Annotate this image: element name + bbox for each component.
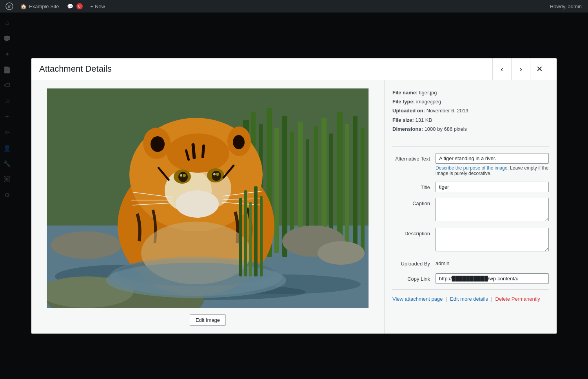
alt-text-row: Alternative Text Describe the purpose of… [392,153,549,176]
svg-text:W: W [7,4,11,9]
main-content: Attachment Details ‹ › ✕ [14,13,588,379]
alt-text-field: Describe the purpose of the image. Leave… [436,153,549,176]
title-label: Title [392,182,436,191]
actions-divider [392,289,549,290]
attachment-actions: View attachment page | Edit more details… [392,296,549,302]
svg-point-39 [178,172,188,182]
uploaded-by-label: Uploaded By [392,258,436,267]
dimensions-value: 1000 by 686 pixels [425,126,467,132]
comment-count-badge: 0 [76,3,83,9]
close-modal-button[interactable]: ✕ [530,58,549,80]
description-field [436,228,549,253]
action-sep-2: | [491,296,492,302]
page-layout: ⌂ 💬 ✦ 📄 🏷 Lib + ✏ 👤 🔧 🖼 ⚙ Attachment Det… [0,13,588,379]
modal-title: Attachment Details [39,64,492,74]
svg-point-40 [212,171,221,181]
site-name-text: Example Site [29,4,59,9]
file-name-label: File name: [392,90,417,96]
alt-text-help-link[interactable]: Describe the purpose of the image [436,165,507,171]
comments-bar-icon: 💬 [67,4,73,9]
form-divider [392,146,549,147]
file-type-label: File type: [392,99,415,105]
title-row: Title [392,182,549,192]
comments-bar-item[interactable]: 💬 0 [64,0,86,13]
svg-point-36 [233,135,245,149]
file-info-section: File name: tiger.jpg File type: image/jp… [392,88,549,141]
svg-point-43 [180,174,182,177]
svg-rect-64 [249,202,252,276]
file-type-row: File type: image/jpeg [392,97,549,106]
site-name-bar-item[interactable]: 🏠 Example Site [17,0,62,13]
uploaded-by-value: admin [436,258,549,266]
title-field [436,182,549,192]
svg-point-44 [213,173,216,175]
howdy-text: Howdy, admin [547,4,585,9]
svg-rect-20 [345,124,349,257]
admin-bar: W 🏠 Example Site 💬 0 + New Howdy, admin [0,0,588,13]
svg-point-32 [167,134,229,173]
svg-point-25 [51,231,122,259]
new-content-bar-item[interactable]: + New [87,0,108,13]
uploaded-on-row: Uploaded on: November 6, 2019 [392,106,549,115]
file-size-row: File size: 131 KB [392,116,549,125]
new-content-label: + New [91,4,105,9]
copy-link-label: Copy Link [392,273,436,283]
attachment-details-modal: Attachment Details ‹ › ✕ [31,58,557,334]
svg-rect-66 [260,196,263,276]
caption-textarea[interactable] [436,198,549,221]
edit-more-details-link[interactable]: Edit more details [450,296,488,302]
svg-point-61 [106,263,286,298]
description-label: Description [392,228,436,237]
svg-rect-65 [254,186,258,276]
file-size-value: 131 KB [416,117,432,123]
caption-label: Caption [392,198,436,207]
svg-rect-11 [274,128,279,253]
svg-point-35 [151,136,165,152]
alt-text-label: Alternative Text [392,153,436,162]
wp-logo[interactable]: W [3,0,16,13]
copy-link-row: Copy Link [392,273,549,284]
caption-row: Caption [392,198,549,222]
svg-rect-63 [244,190,247,276]
svg-point-51 [176,190,219,218]
prev-attachment-button[interactable]: ‹ [492,58,511,80]
file-name-value: tiger.jpg [419,90,437,96]
modal-body: Edit Image File name: tiger.jpg File typ… [31,80,557,334]
svg-point-41 [183,174,186,177]
tiger-image [47,88,368,308]
file-size-label: File size: [392,117,414,123]
dimensions-row: Dimensions: 1000 by 686 pixels [392,125,549,134]
title-input[interactable] [436,182,549,192]
svg-rect-21 [353,116,358,257]
dimensions-label: Dimensions: [392,126,423,132]
description-row: Description [392,228,549,253]
details-panel: File name: tiger.jpg File type: image/jp… [384,80,557,334]
delete-permanently-link[interactable]: Delete Permanently [495,296,540,302]
action-sep-1: | [446,296,447,302]
description-textarea[interactable] [436,228,549,251]
next-attachment-button[interactable]: › [511,58,530,80]
svg-point-42 [216,173,219,176]
view-attachment-link[interactable]: View attachment page [392,296,443,302]
alt-text-input[interactable] [436,153,549,164]
svg-point-24 [318,241,365,265]
uploaded-on-label: Uploaded on: [392,108,425,114]
image-container [47,88,369,308]
copy-link-field [436,273,549,284]
modal-overlay: Attachment Details ‹ › ✕ [0,13,588,379]
alt-text-help: Describe the purpose of the image. Leave… [436,165,549,176]
modal-header: Attachment Details ‹ › ✕ [31,58,557,80]
svg-rect-62 [239,198,242,276]
edit-image-button[interactable]: Edit Image [190,314,226,326]
uploaded-by-field: admin [436,258,549,266]
image-area: Edit Image [31,80,384,334]
file-name-row: File name: tiger.jpg [392,88,549,97]
uploaded-on-value: November 6, 2019 [426,108,468,114]
uploaded-by-row: Uploaded By admin [392,258,549,267]
file-type-value: image/jpeg [416,99,441,105]
caption-field [436,198,549,222]
svg-rect-22 [361,128,365,253]
home-icon: 🏠 [20,4,27,9]
copy-link-input[interactable] [436,273,549,284]
